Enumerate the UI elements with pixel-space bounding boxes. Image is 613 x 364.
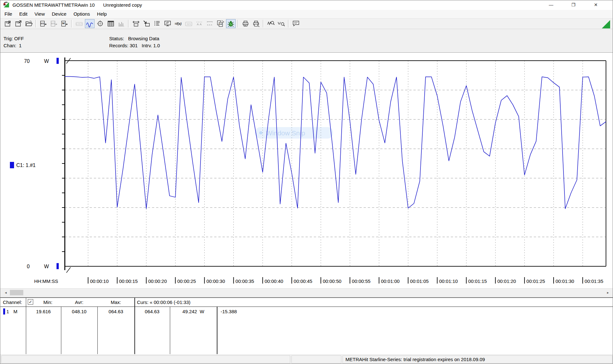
channel-number: 1 — [6, 309, 9, 314]
value-max: 064.63 — [97, 309, 134, 314]
channel-color-marker — [3, 308, 5, 315]
title-bar: GOSSEN METRAWATT METRAwin 10 Unregistere… — [0, 0, 613, 10]
y-range-bottom-marker — [57, 263, 59, 269]
axis-break-mark — [66, 267, 71, 273]
maximize-button[interactable]: ❐ — [566, 0, 581, 10]
scroll-left-arrow-icon[interactable]: ◂ — [2, 289, 9, 296]
records-interval: Records: 301 Intrv. 1.0 — [109, 43, 160, 48]
status-panel-middle — [291, 355, 341, 363]
x-tick-label: 00:00:55 — [352, 278, 370, 284]
toolbar-button-annotation-icon[interactable] — [291, 19, 301, 28]
channel-mode: M — [13, 309, 18, 314]
header-avr: Avr: — [61, 300, 97, 305]
toolbar-button-send-numeric-icon[interactable]: 321 — [39, 19, 48, 28]
toolbar-button-marker-range-icon[interactable] — [194, 19, 204, 28]
yt-chart[interactable]: 00:00:1000:00:1500:00:2000:00:2500:00:30… — [0, 53, 613, 289]
recording-status: Status: Browsing Data — [109, 36, 159, 41]
x-tick-label: 00:00:35 — [236, 278, 254, 284]
scroll-right-arrow-icon[interactable]: ▸ — [604, 289, 611, 296]
toolbar-separator — [71, 20, 72, 27]
toolbar-button-pan-view-icon[interactable] — [131, 19, 141, 28]
menu-help[interactable]: Help — [94, 10, 110, 18]
plot-area[interactable] — [65, 61, 606, 266]
y-unit-label: W — [44, 264, 49, 269]
time-scrollbar[interactable]: ◂ ▸ — [0, 288, 613, 297]
toolbar-button-zoom-curve-time-icon[interactable] — [266, 19, 276, 28]
title-license-note: Unregistered copy — [103, 2, 142, 8]
toolbar-button-copy-values-icon[interactable]: 12 — [216, 19, 225, 28]
x-tick-label: 00:01:10 — [439, 278, 458, 284]
header-channel: Channel: — [3, 300, 22, 305]
toolbar-button-histogram-icon[interactable] — [117, 19, 126, 28]
toolbar-button-data-table-icon[interactable] — [106, 19, 116, 28]
menu-options[interactable]: Options — [70, 10, 94, 18]
x-tick-label: 00:01:30 — [556, 278, 574, 284]
menu-edit[interactable]: Edit — [16, 10, 31, 18]
x-axis-unit-label: HH:MM:SS — [34, 278, 58, 284]
channel-status: Chan: 1 — [4, 43, 22, 48]
status-bar: METRAHit Starline-Series: trial registra… — [0, 354, 613, 364]
toolbar-button-zoom-curve-value-icon[interactable] — [276, 19, 286, 28]
table-header-row: Channel: ✓ Min: Avr: Max: Curs: « 00:00:… — [0, 298, 613, 307]
toolbar-button-send-memory-icon[interactable]: M — [60, 19, 69, 28]
value-min: 19.616 — [26, 309, 61, 314]
title-app-name: METRAwin 10 — [64, 2, 95, 8]
menu-view[interactable]: View — [31, 10, 48, 18]
x-tick-label: 00:00:30 — [206, 278, 225, 284]
x-tick-label: 00:01:35 — [585, 278, 603, 284]
toolbar-button-yt-chart-icon[interactable] — [85, 19, 95, 28]
x-tick-label: 00:00:50 — [323, 278, 341, 284]
acquisition-info-bar: Trig: OFF Chan: 1 Status: Browsing Data … — [0, 29, 613, 52]
x-tick-label: 00:00:40 — [265, 278, 283, 284]
toolbar-button-save-file-icon[interactable] — [13, 19, 23, 28]
x-tick-label: 00:00:45 — [294, 278, 312, 284]
toolbar-button-open-file-icon[interactable] — [24, 19, 34, 28]
toolbar-button-value-list-icon[interactable] — [152, 19, 162, 28]
x-tick-label: 00:01:15 — [468, 278, 487, 284]
brand-triangle-icon — [602, 20, 610, 28]
toolbar-button-xy-chart-icon[interactable] — [95, 19, 105, 28]
menu-device[interactable]: Device — [48, 10, 70, 18]
x-tick-label: 00:00:20 — [148, 278, 167, 284]
channel-row: 1 M 19.616 048.10 064.63 064.63 49.242 W… — [0, 307, 613, 316]
scrollbar-thumb[interactable] — [10, 290, 23, 295]
chart-panel: 00:00:1000:00:1500:00:2000:00:2500:00:30… — [0, 52, 613, 288]
value-avr: 048.10 — [61, 309, 97, 314]
toolbar-separator — [238, 20, 239, 27]
menu-file[interactable]: File — [1, 10, 16, 18]
toolbar-button-formula-icon[interactable]: =f(x) — [173, 19, 183, 28]
toolbar-button-print-icon[interactable] — [251, 19, 261, 28]
y-range-top-marker — [57, 58, 59, 64]
y-min-label: 0 — [27, 264, 30, 269]
header-cursor: Curs: « 00:00:06 (-01:33) — [137, 300, 191, 305]
header-max: Max: — [97, 300, 134, 305]
toolbar-button-device-monitor-icon[interactable] — [163, 19, 172, 28]
menu-bar: FileEditViewDeviceOptionsHelp — [0, 10, 613, 18]
toolbar-button-window-transfer-icon[interactable] — [142, 19, 151, 28]
header-min: Min: — [35, 300, 61, 305]
app-window: GOSSEN METRAWATT METRAwin 10 Unregistere… — [0, 0, 613, 364]
channel-visible-checkbox[interactable]: ✓ — [28, 299, 33, 305]
toolbar-separator — [263, 20, 264, 27]
channel-legend-marker — [10, 162, 14, 168]
x-tick-label: 00:01:00 — [381, 278, 399, 284]
close-button[interactable]: ✕ — [588, 0, 603, 10]
x-tick-label: 00:00:25 — [177, 278, 196, 284]
toolbar-button-export-file-icon[interactable] — [3, 19, 12, 28]
trigger-status: Trig: OFF — [4, 36, 24, 41]
toolbar-button-marker-set-icon[interactable] — [205, 19, 215, 28]
status-panel-left — [1, 355, 290, 363]
toolbar-button-numeric-display-icon[interactable]: 321 — [184, 19, 193, 28]
status-panel-message: METRAHit Starline-Series: trial registra… — [343, 355, 612, 363]
title-brand: GOSSEN METRAWATT — [12, 2, 64, 8]
toolbar-button-live-monitor-bug-icon[interactable] — [226, 19, 236, 28]
app-logo-icon — [3, 2, 11, 9]
watermark-text: Window Snip — [266, 129, 305, 137]
toolbar-button-print-preview-icon[interactable] — [241, 19, 250, 28]
minimize-button[interactable]: — — [544, 0, 558, 10]
y-max-label: 70 — [24, 58, 30, 64]
toolbar-button-receive-numeric-icon[interactable]: 321 — [49, 19, 59, 28]
toolbar-button-digital-display-icon[interactable]: 1257 — [74, 19, 84, 28]
x-tick-label: 00:00:10 — [90, 278, 109, 284]
value-cursor-a: 064.63 — [134, 309, 170, 314]
